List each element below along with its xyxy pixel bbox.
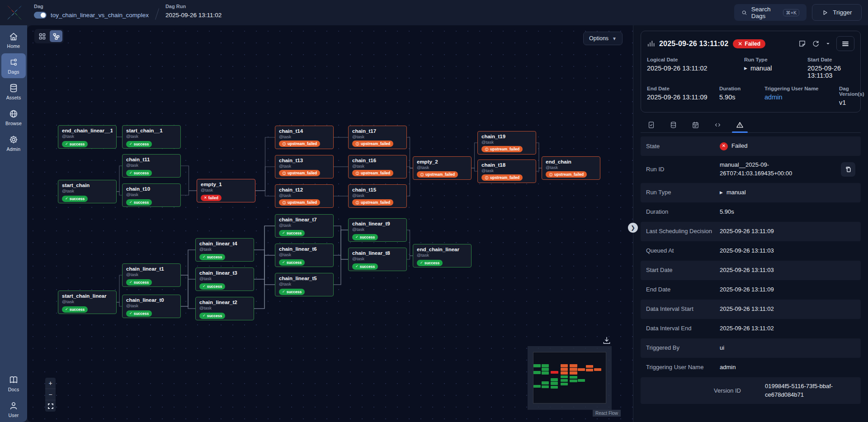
task-decorator: @task <box>279 164 330 169</box>
airflow-logo-icon[interactable] <box>5 4 24 22</box>
minimap-node <box>586 369 593 372</box>
sidebar-item-dags[interactable]: Dags <box>1 53 26 78</box>
grid-view-button[interactable] <box>36 30 48 42</box>
task-node-start_chain__1[interactable]: start_chain__1@task✓success <box>122 125 181 149</box>
task-title: start_chain <box>62 183 113 188</box>
task-node-chain_t11[interactable]: chain_t11@task✓success <box>122 154 181 178</box>
detail-row-triggered-by: Triggered Byui <box>641 338 861 358</box>
task-status-pill: upstream_failed <box>352 199 393 206</box>
minimap-node <box>570 371 577 375</box>
options-dropdown[interactable]: Options ▼ <box>583 32 623 45</box>
sidebar-item-home[interactable]: Home <box>1 28 26 52</box>
sidebar-item-browse[interactable]: Browse <box>1 105 26 130</box>
note-icon[interactable] <box>798 40 806 47</box>
top-bar: Dag toy_chain_linear_vs_chain_complex Da… <box>0 0 868 25</box>
task-node-empty_2[interactable]: empty_2@taskupstream_failed <box>413 156 472 180</box>
panel-collapse-button[interactable]: ❯ <box>628 223 638 233</box>
sidebar-item-user[interactable]: User <box>1 397 26 422</box>
minimap-node <box>561 364 568 367</box>
task-node-chain_t19[interactable]: chain_t19@taskupstream_failed <box>477 131 536 155</box>
run-summary-card: 2025-09-26 13:11:02 ✕ Failed <box>641 31 861 113</box>
task-node-chain_linear_t3[interactable]: chain_linear_t3@task✓success <box>195 267 254 291</box>
sidebar-item-admin[interactable]: Admin <box>1 131 26 155</box>
task-title: chain_t12 <box>279 187 330 192</box>
task-node-chain_linear_t9[interactable]: chain_linear_t9@task✓success <box>348 218 407 242</box>
copy-run-id-button[interactable] <box>841 162 855 177</box>
detail-row-triggering-user-name: Triggering User Nameadmin <box>641 358 861 377</box>
zoom-out-button[interactable]: − <box>45 389 56 400</box>
tab-warning[interactable] <box>730 117 750 132</box>
tab-assets[interactable] <box>664 117 683 132</box>
detail-row-version-id: Version ID019984f5-5116-73f5-bbaf-ce678d… <box>641 377 861 404</box>
task-node-chain_t10[interactable]: chain_t10@task✓success <box>122 183 181 207</box>
task-decorator: @task <box>126 134 177 139</box>
tab-task-doc[interactable] <box>642 117 661 132</box>
task-title: empty_1 <box>201 182 251 187</box>
tab-calendar[interactable] <box>686 117 705 132</box>
react-flow-attribution: React Flow <box>593 410 621 417</box>
chevron-down-icon[interactable] <box>826 40 830 47</box>
task-node-end_chain_linear__1[interactable]: end_chain_linear__1@task✓success <box>58 125 117 149</box>
task-decorator: @task <box>546 165 596 170</box>
task-title: chain_linear_t4 <box>199 241 250 246</box>
task-node-empty_1[interactable]: empty_1@task✕failed <box>197 179 255 202</box>
task-node-chain_linear_t7[interactable]: chain_linear_t7@task✓success <box>275 214 334 238</box>
status-badge[interactable]: ✕ Failed <box>733 39 765 48</box>
task-decorator: @task <box>352 134 403 139</box>
run-field: Dag Version(s)v1 <box>839 86 864 106</box>
task-node-chain_t14[interactable]: chain_t14@taskupstream_failed <box>275 126 334 149</box>
task-status-pill: ✓success <box>352 234 378 240</box>
task-decorator: @task <box>352 256 403 261</box>
download-image-icon[interactable] <box>602 336 611 345</box>
minimap-node <box>551 386 558 389</box>
task-node-chain_t18[interactable]: chain_t18@taskupstream_failed <box>477 159 536 183</box>
tab-code[interactable] <box>708 117 727 132</box>
task-decorator: @task <box>62 134 113 139</box>
assets-icon <box>9 83 19 93</box>
sidebar-item-docs[interactable]: Docs <box>1 371 26 396</box>
detail-row-run-id: Run IDmanual__2025-09-26T07:41:03.169435… <box>641 156 861 183</box>
search-icon <box>741 9 747 16</box>
graph-view-button[interactable] <box>50 30 62 42</box>
task-node-chain_linear_t1[interactable]: chain_linear_t1@task✓success <box>122 263 181 287</box>
task-node-start_chain_linear[interactable]: start_chain_linear@task✓success <box>58 291 117 314</box>
fit-view-button[interactable] <box>45 400 56 412</box>
task-status-pill: ✓success <box>279 289 305 295</box>
task-node-chain_linear_t6[interactable]: chain_linear_t6@task✓success <box>275 244 334 267</box>
task-node-chain_t17[interactable]: chain_t17@taskupstream_failed <box>348 126 407 149</box>
task-node-end_chain_linear[interactable]: end_chain_linear@task✓success <box>413 244 472 267</box>
task-node-chain_linear_t5[interactable]: chain_linear_t5@task✓success <box>275 273 334 296</box>
zoom-in-button[interactable]: + <box>45 378 56 389</box>
task-decorator: @task <box>481 140 532 145</box>
dag-name-link[interactable]: toy_chain_linear_vs_chain_complex <box>51 12 149 19</box>
minimap[interactable] <box>528 346 612 410</box>
minimap-node <box>542 364 549 367</box>
task-node-chain_t13[interactable]: chain_t13@taskupstream_failed <box>275 155 334 178</box>
clear-run-icon[interactable] <box>812 40 820 47</box>
task-node-chain_linear_t8[interactable]: chain_linear_t8@task✓success <box>348 248 407 271</box>
task-node-start_chain[interactable]: start_chain@task✓success <box>58 180 117 203</box>
graph-canvas[interactable]: end_chain_linear__1@task✓successstart_ch… <box>27 25 633 422</box>
detail-row-duration: Duration5.90s <box>641 202 861 222</box>
minimap-node <box>542 368 549 371</box>
task-node-chain_t15[interactable]: chain_t15@taskupstream_failed <box>348 184 407 208</box>
task-title: chain_t15 <box>352 187 403 192</box>
minimap-node <box>561 371 568 375</box>
task-decorator: @task <box>62 188 113 193</box>
search-dags-button[interactable]: Search Dags ⌘+K <box>734 4 807 21</box>
task-decorator: @task <box>201 188 251 192</box>
task-node-chain_linear_t2[interactable]: chain_linear_t2@task✓success <box>195 297 254 320</box>
task-title: chain_t19 <box>481 134 532 139</box>
task-status-pill: ✓success <box>62 306 88 313</box>
menu-button[interactable] <box>836 36 854 51</box>
task-node-end_chain[interactable]: end_chain@taskupstream_failed <box>542 156 600 180</box>
trigger-button[interactable]: Trigger <box>812 4 862 21</box>
task-node-chain_linear_t4[interactable]: chain_linear_t4@task✓success <box>195 238 254 262</box>
task-node-chain_t12[interactable]: chain_t12@taskupstream_failed <box>275 184 334 208</box>
sidebar-item-assets[interactable]: Assets <box>1 79 26 104</box>
task-node-chain_linear_t0[interactable]: chain_linear_t0@task✓success <box>122 295 181 318</box>
dag-pause-toggle[interactable] <box>34 12 47 19</box>
task-status-pill: upstream_failed <box>352 170 393 176</box>
task-status-pill: ✕failed <box>201 195 222 201</box>
task-node-chain_t16[interactable]: chain_t16@taskupstream_failed <box>348 155 407 178</box>
